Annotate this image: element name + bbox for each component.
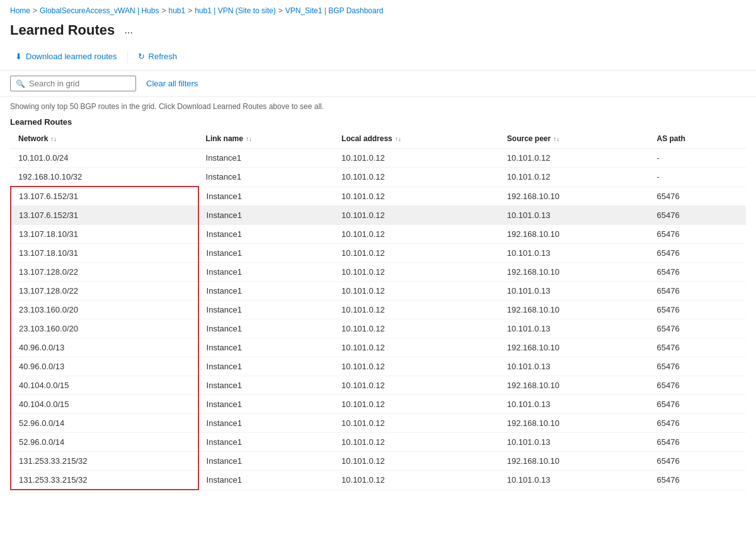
table-row[interactable]: 40.104.0.0/15Instance110.101.0.12192.168… xyxy=(11,376,746,395)
cell-network: 13.107.6.152/31 xyxy=(11,206,198,225)
cell-as_path: - xyxy=(649,149,746,168)
cell-network: 40.96.0.0/13 xyxy=(11,357,198,376)
table-row[interactable]: 13.107.6.152/31Instance110.101.0.1210.10… xyxy=(11,206,746,225)
cell-as_path: 65476 xyxy=(649,433,746,452)
cell-local_address: 10.101.0.12 xyxy=(334,282,500,301)
cell-network: 13.107.6.152/31 xyxy=(11,187,198,206)
column-header-as_path[interactable]: AS path xyxy=(649,129,746,149)
table-row[interactable]: 13.107.18.10/31Instance110.101.0.12192.1… xyxy=(11,225,746,244)
cell-local_address: 10.101.0.12 xyxy=(334,244,500,263)
cell-local_address: 10.101.0.12 xyxy=(334,263,500,282)
breadcrumb-separator: > xyxy=(161,6,166,15)
cell-link_name: Instance1 xyxy=(198,395,335,414)
download-label: Download learned routes xyxy=(26,52,117,61)
download-button[interactable]: ⬇ Download learned routes xyxy=(10,49,122,64)
more-options-button[interactable]: ... xyxy=(120,21,137,39)
cell-source_peer: 10.101.0.13 xyxy=(500,471,650,490)
cell-link_name: Instance1 xyxy=(198,149,335,168)
cell-as_path: 65476 xyxy=(649,414,746,433)
cell-source_peer: 192.168.10.10 xyxy=(500,187,650,206)
column-header-link_name[interactable]: Link name ↑↓ xyxy=(198,129,335,149)
cell-source_peer: 192.168.10.10 xyxy=(500,376,650,395)
cell-source_peer: 10.101.0.13 xyxy=(500,206,650,225)
cell-link_name: Instance1 xyxy=(198,319,335,338)
clear-filters-button[interactable]: Clear all filters xyxy=(144,76,200,91)
cell-network: 52.96.0.0/14 xyxy=(11,414,198,433)
page-header: Learned Routes ... xyxy=(0,19,756,47)
table-row[interactable]: 13.107.128.0/22Instance110.101.0.12192.1… xyxy=(11,263,746,282)
table-row[interactable]: 52.96.0.0/14Instance110.101.0.12192.168.… xyxy=(11,414,746,433)
cell-link_name: Instance1 xyxy=(198,263,335,282)
cell-local_address: 10.101.0.12 xyxy=(334,149,500,168)
cell-network: 131.253.33.215/32 xyxy=(11,452,198,471)
search-box: 🔍 xyxy=(10,76,136,91)
table-row[interactable]: 40.96.0.0/13Instance110.101.0.12192.168.… xyxy=(11,338,746,357)
cell-link_name: Instance1 xyxy=(198,225,335,244)
refresh-button[interactable]: ↻ Refresh xyxy=(133,49,183,64)
cell-link_name: Instance1 xyxy=(198,301,335,319)
breadcrumb-item[interactable]: Home xyxy=(10,6,30,15)
cell-source_peer: 10.101.0.13 xyxy=(500,357,650,376)
col-label: AS path xyxy=(656,134,685,143)
table-row[interactable]: 13.107.128.0/22Instance110.101.0.1210.10… xyxy=(11,282,746,301)
breadcrumb-item[interactable]: hub1 xyxy=(168,6,185,15)
breadcrumb-separator: > xyxy=(33,6,37,15)
table-row[interactable]: 52.96.0.0/14Instance110.101.0.1210.101.0… xyxy=(11,433,746,452)
breadcrumb-item[interactable]: hub1 | VPN (Site to site) xyxy=(195,6,276,15)
breadcrumb-item[interactable]: VPN_Site1 | BGP Dashboard xyxy=(285,6,384,15)
column-header-local_address[interactable]: Local address ↑↓ xyxy=(334,129,500,149)
cell-local_address: 10.101.0.12 xyxy=(334,206,500,225)
sort-icon: ↑↓ xyxy=(395,135,401,142)
cell-as_path: 65476 xyxy=(649,357,746,376)
cell-network: 13.107.18.10/31 xyxy=(11,225,198,244)
cell-link_name: Instance1 xyxy=(198,357,335,376)
refresh-icon: ↻ xyxy=(138,52,145,61)
cell-local_address: 10.101.0.12 xyxy=(334,168,500,187)
cell-local_address: 10.101.0.12 xyxy=(334,414,500,433)
cell-local_address: 10.101.0.12 xyxy=(334,225,500,244)
toolbar-divider xyxy=(127,50,128,63)
cell-link_name: Instance1 xyxy=(198,206,335,225)
cell-link_name: Instance1 xyxy=(198,471,335,490)
table-row[interactable]: 23.103.160.0/20Instance110.101.0.1210.10… xyxy=(11,319,746,338)
col-label: Local address xyxy=(341,134,392,143)
table-row[interactable]: 40.96.0.0/13Instance110.101.0.1210.101.0… xyxy=(11,357,746,376)
table-row[interactable]: 40.104.0.0/15Instance110.101.0.1210.101.… xyxy=(11,395,746,414)
page-title: Learned Routes xyxy=(10,22,115,38)
cell-link_name: Instance1 xyxy=(198,187,335,206)
table-row[interactable]: 131.253.33.215/32Instance110.101.0.12192… xyxy=(11,452,746,471)
breadcrumb-item[interactable]: GlobalSecureAccess_vWAN | Hubs xyxy=(40,6,159,15)
cell-link_name: Instance1 xyxy=(198,244,335,263)
cell-as_path: 65476 xyxy=(649,319,746,338)
table-row[interactable]: 131.253.33.215/32Instance110.101.0.1210.… xyxy=(11,471,746,490)
cell-as_path: 65476 xyxy=(649,338,746,357)
table-row[interactable]: 23.103.160.0/20Instance110.101.0.12192.1… xyxy=(11,301,746,319)
cell-source_peer: 192.168.10.10 xyxy=(500,452,650,471)
cell-as_path: 65476 xyxy=(649,206,746,225)
cell-network: 40.104.0.0/15 xyxy=(11,395,198,414)
cell-as_path: 65476 xyxy=(649,452,746,471)
cell-local_address: 10.101.0.12 xyxy=(334,471,500,490)
cell-source_peer: 10.101.0.13 xyxy=(500,244,650,263)
cell-as_path: 65476 xyxy=(649,244,746,263)
cell-link_name: Instance1 xyxy=(198,338,335,357)
cell-link_name: Instance1 xyxy=(198,452,335,471)
cell-local_address: 10.101.0.12 xyxy=(334,301,500,319)
table-row[interactable]: 13.107.6.152/31Instance110.101.0.12192.1… xyxy=(11,187,746,206)
cell-link_name: Instance1 xyxy=(198,414,335,433)
cell-as_path: 65476 xyxy=(649,301,746,319)
column-header-network[interactable]: Network ↑↓ xyxy=(11,129,198,149)
table-row[interactable]: 192.168.10.10/32Instance110.101.0.1210.1… xyxy=(11,168,746,187)
cell-as_path: 65476 xyxy=(649,395,746,414)
table-row[interactable]: 10.101.0.0/24Instance110.101.0.1210.101.… xyxy=(11,149,746,168)
table-row[interactable]: 13.107.18.10/31Instance110.101.0.1210.10… xyxy=(11,244,746,263)
search-input[interactable] xyxy=(29,79,130,88)
column-header-source_peer[interactable]: Source peer ↑↓ xyxy=(500,129,650,149)
cell-local_address: 10.101.0.12 xyxy=(334,452,500,471)
filter-bar: 🔍 Clear all filters xyxy=(0,71,756,97)
cell-network: 23.103.160.0/20 xyxy=(11,301,198,319)
cell-local_address: 10.101.0.12 xyxy=(334,357,500,376)
section-label: Learned Routes xyxy=(0,113,756,129)
sort-icon: ↑↓ xyxy=(246,135,252,142)
cell-source_peer: 10.101.0.13 xyxy=(500,319,650,338)
